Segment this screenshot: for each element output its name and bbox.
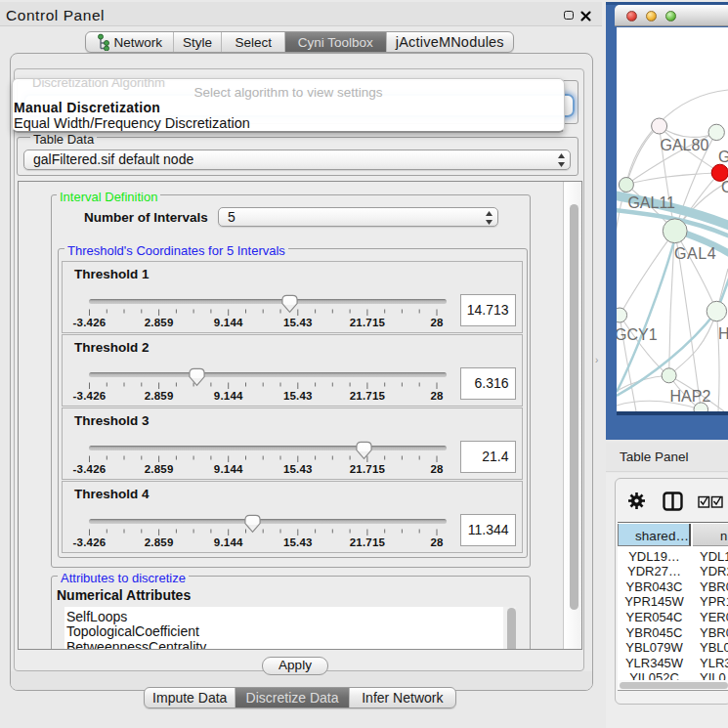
svg-text:HAP2: HAP2 — [670, 388, 711, 405]
svg-text:GCY1: GCY1 — [617, 326, 658, 343]
svg-text:GAL4: GAL4 — [674, 245, 716, 262]
svg-text:H: H — [718, 325, 728, 342]
svg-text:C: C — [721, 179, 728, 195]
svg-text:GAL80: GAL80 — [661, 137, 709, 153]
svg-text:GAL11: GAL11 — [627, 194, 675, 211]
svg-text:GA: GA — [718, 149, 728, 165]
